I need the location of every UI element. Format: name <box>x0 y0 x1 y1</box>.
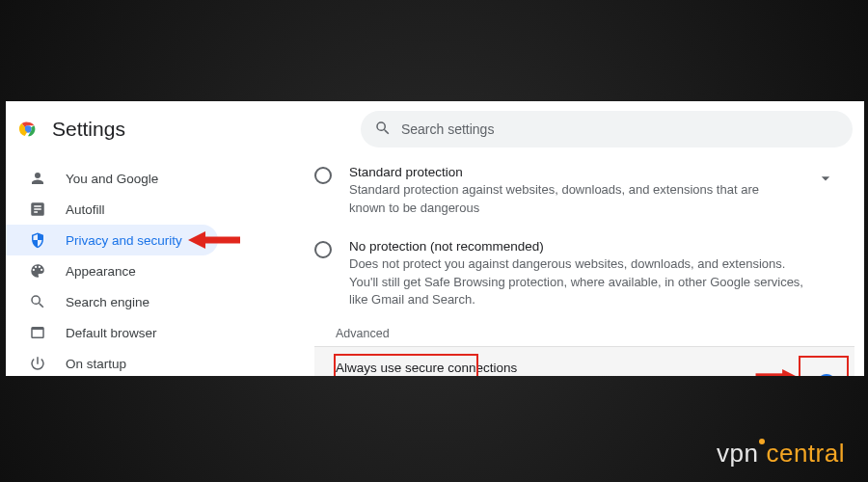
autofill-icon <box>29 201 46 218</box>
option-standard-protection[interactable]: Standard protection Standard protection … <box>314 157 854 231</box>
chrome-logo-icon <box>17 119 39 140</box>
watermark-part2: central <box>766 439 845 468</box>
settings-window: Settings Search settings You and Google … <box>6 101 864 376</box>
annotation-arrow-icon <box>184 228 242 252</box>
power-icon <box>29 355 46 372</box>
sidebar-item-appearance[interactable]: Appearance <box>6 255 218 286</box>
settings-main-panel: Standard protection Standard protection … <box>295 157 864 376</box>
palette-icon <box>29 262 46 280</box>
dot-icon <box>759 439 765 444</box>
option-title: Standard protection <box>349 165 799 179</box>
option-title: No protection (not recommended) <box>349 239 812 254</box>
sidebar-item-label: On startup <box>66 357 126 371</box>
person-icon <box>29 170 46 187</box>
sidebar-item-search-engine[interactable]: Search engine <box>6 286 218 317</box>
toggle-knob <box>817 374 836 376</box>
search-placeholder: Search settings <box>401 121 495 137</box>
section-advanced-label: Advanced <box>314 323 854 347</box>
search-icon <box>374 120 392 140</box>
option-desc: Standard protection against websites, do… <box>349 181 799 218</box>
option-no-protection[interactable]: No protection (not recommended) Does not… <box>314 231 854 324</box>
watermark: vpncentral <box>717 439 845 469</box>
sidebar-item-label: Autofill <box>66 202 105 217</box>
sidebar-item-on-startup[interactable]: On startup <box>6 348 218 376</box>
settings-sidebar: You and Google Autofill Privacy and secu… <box>6 157 295 376</box>
sidebar-item-privacy-security[interactable]: Privacy and security <box>6 225 218 255</box>
browser-icon <box>29 324 46 341</box>
option-desc: Does not protect you against dangerous w… <box>349 255 812 310</box>
page-title: Settings <box>52 118 125 141</box>
search-icon <box>29 293 46 310</box>
radio-unchecked-icon[interactable] <box>314 167 332 184</box>
sidebar-item-label: Privacy and security <box>66 233 182 248</box>
sidebar-item-autofill[interactable]: Autofill <box>6 194 218 225</box>
sidebar-item-you-and-google[interactable]: You and Google <box>6 163 218 194</box>
sidebar-item-label: Appearance <box>66 264 136 279</box>
search-container: Search settings <box>361 111 853 147</box>
sidebar-item-label: Search engine <box>66 295 149 309</box>
radio-unchecked-icon[interactable] <box>314 241 332 258</box>
sidebar-item-default-browser[interactable]: Default browser <box>6 317 218 348</box>
annotation-highlight-box <box>799 356 849 376</box>
option-title: Always use secure connections <box>336 361 801 375</box>
settings-header: Settings Search settings <box>6 101 864 157</box>
search-input[interactable]: Search settings <box>361 111 853 147</box>
watermark-part1: vpn <box>717 439 758 468</box>
sidebar-item-label: Default browser <box>66 326 157 340</box>
chevron-down-icon[interactable] <box>816 165 854 192</box>
option-always-secure-connections: Always use secure connections Upgrade na… <box>314 347 854 376</box>
sidebar-item-label: You and Google <box>66 172 158 186</box>
shield-icon <box>29 231 46 249</box>
annotation-arrow-icon <box>754 364 799 376</box>
